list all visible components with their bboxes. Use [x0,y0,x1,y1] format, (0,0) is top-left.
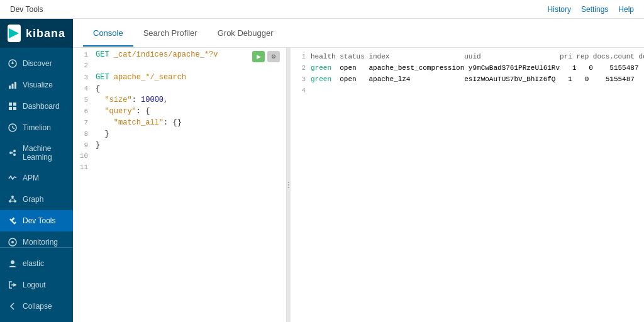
apm-icon [8,173,18,183]
code-line-5: 5 "size": 10000, [73,96,286,107]
top-bar: Dev Tools History Settings Help [0,0,644,19]
chart-icon [8,80,18,90]
wrench-icon [8,216,18,226]
code-line-4: 4 { [73,84,286,96]
kibana-logo-icon [8,25,21,42]
top-bar-title: Dev Tools [10,5,43,14]
sidebar-item-label: Visualize [23,80,53,89]
tab-grok-debugger[interactable]: Grok Debugger [208,21,284,47]
code-line-11: 11 [73,164,286,175]
line-num-6: 6 [73,108,93,115]
code-line-2: 2 [73,62,286,73]
sidebar-logo: kibana [0,19,73,48]
sidebar-item-logout[interactable]: Logout [0,274,73,296]
run-button[interactable]: ▶ [252,51,265,62]
line-content-3: GET apache_*/_search [93,73,286,82]
sidebar-item-apm[interactable]: APM [0,167,73,189]
sidebar-item-monitoring[interactable]: Monitoring [0,231,73,247]
code-line-7: 7 "match_all": {} [73,118,286,130]
sidebar-item-label: APM [23,174,39,182]
top-bar-actions: History Settings Help [548,5,634,14]
sidebar-item-label: Dev Tools [23,216,55,225]
sidebar-item-ml[interactable]: Machine Learning [0,138,73,167]
line-num-10: 10 [73,152,93,160]
sidebar-item-label: Monitoring [23,238,58,247]
svg-line-17 [12,153,13,154]
line-num-1: 1 [73,51,93,58]
line-num-9: 9 [73,142,93,149]
content-area: Console Search Profiler Grok Debugger 1 … [73,19,644,322]
line-content-5: "size": 10000, [93,96,286,104]
arrow-left-icon [8,301,18,311]
settings-link[interactable]: Settings [581,5,608,14]
svg-rect-5 [14,82,16,89]
url-text: _cat/indices/apache_*?v [114,50,218,59]
user-icon [8,258,18,269]
main-layout: kibana Discover Visualize Dashboard [0,19,644,322]
line-num-5: 5 [73,96,93,104]
sidebar-item-graph[interactable]: Graph [0,189,73,210]
svg-point-14 [13,150,16,152]
grid-icon [8,101,18,111]
sidebar-item-label: Collapse [23,302,52,311]
result-line-4: 4 [296,87,644,98]
svg-line-16 [12,152,13,153]
sidebar-item-label: Logout [23,280,46,289]
line-num-7: 7 [73,119,93,126]
sidebar-item-label: Graph [23,195,43,204]
svg-marker-0 [9,28,19,38]
result-line-num-2: 2 [296,64,311,72]
sidebar-item-visualize[interactable]: Visualize [0,74,73,96]
ml-icon [8,148,18,158]
svg-rect-4 [12,84,14,89]
code-line-10: 10 [73,152,286,164]
line-content-4: { [93,84,286,93]
result-line-num-1: 1 [296,53,311,60]
compass-icon [8,58,18,69]
tab-search-profiler[interactable]: Search Profiler [133,21,208,47]
svg-line-22 [13,198,15,200]
help-link[interactable]: Help [618,5,634,14]
result-line-content-1: health status index uuid pri rep docs.co… [311,53,644,60]
code-line-6: 6 "query": { [73,107,286,118]
svg-line-21 [10,198,13,200]
editor-content[interactable]: 1 GET _cat/indices/apache_*?v 2 3 GET ap… [73,48,286,322]
sidebar-item-collapse[interactable]: Collapse [0,296,73,317]
result-line-num-4: 4 [296,87,311,94]
graph-icon [8,194,18,204]
sidebar-item-dev-tools[interactable]: Dev Tools [0,210,73,231]
resize-dots [288,182,289,188]
line-num-8: 8 [73,130,93,138]
url-text-2: apache_*/_search [114,73,186,82]
line-content-8: } [93,130,286,138]
svg-point-20 [14,200,16,203]
history-link[interactable]: History [548,5,571,14]
svg-point-18 [11,196,14,198]
sidebar-item-label: Dashboard [23,102,60,111]
method-get-2: GET [96,73,109,82]
settings-button[interactable]: ⚙ [267,51,280,62]
svg-line-12 [13,128,14,129]
clock-icon [8,123,18,133]
sidebar-item-dashboard[interactable]: Dashboard [0,96,73,117]
sidebar-bottom: elastic Logout Collapse [0,247,73,322]
result-line-content-3: green open apache_lz4 esIzWoAuTUS7bV_BhI… [311,75,644,83]
result-line-content-2: green open apache_best_compression y9mCw… [311,64,644,72]
editor-panel: 1 GET _cat/indices/apache_*?v 2 3 GET ap… [73,48,287,322]
sidebar-item-user[interactable]: elastic [0,253,73,274]
line-content-9: } [93,141,286,150]
tab-bar: Console Search Profiler Grok Debugger [73,19,644,48]
sidebar-item-label: elastic [23,259,44,268]
sidebar-item-timelion[interactable]: Timelion [0,117,73,138]
monitoring-icon [8,237,18,247]
tab-console[interactable]: Console [83,21,133,47]
svg-point-25 [11,241,14,243]
kibana-logo-text: kibana [26,27,65,40]
key-size: "size" [104,96,131,104]
sidebar-item-label: Discover [23,59,52,68]
sidebar-item-discover[interactable]: Discover [0,53,73,74]
line-num-3: 3 [73,74,93,81]
sidebar-item-label: Machine Learning [23,144,65,162]
result-line-2: 2 green open apache_best_compression y9m… [296,64,644,75]
line-content-7: "match_all": {} [93,118,286,127]
